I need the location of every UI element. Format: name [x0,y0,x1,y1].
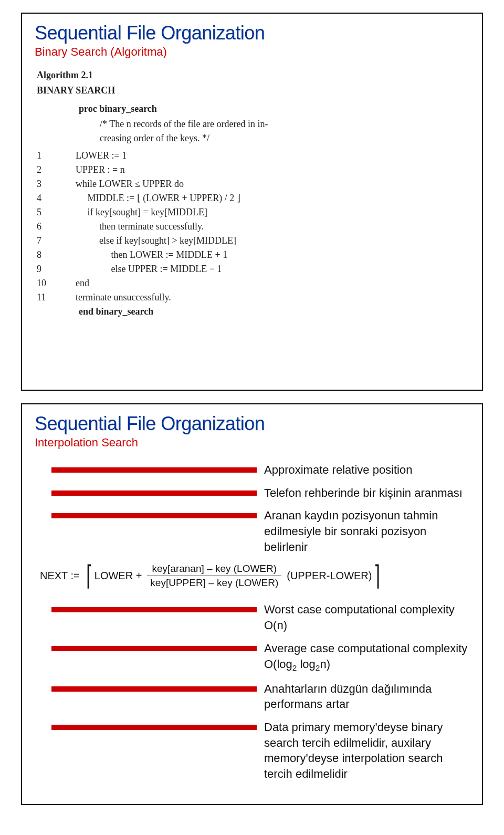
formula-lhs: NEXT := [40,570,80,582]
bullet-text: Data primary memory'deyse binary search … [264,719,469,782]
algo-line-code: if key[sought] = key[MIDDLE] [57,205,207,220]
formula-fraction: key[aranan] – key (LOWER) key[UPPER] – k… [147,563,281,589]
slide-2: Sequential File Organization Interpolati… [21,403,483,805]
algo-row: 10 end [37,276,469,290]
list-item: Aranan kaydın pozisyonun tahmin edilmesi… [51,508,469,555]
bracket-left-icon: ⌈ [86,562,92,589]
algo-line-num: 6 [37,220,57,234]
algo-line-code: then LOWER := MIDDLE + 1 [57,248,227,262]
bullet-square-icon [51,513,257,518]
algo-line-num: 4 [37,191,57,205]
algo-row: 11 terminate unsuccessfully. [37,290,469,305]
list-item: Anahtarların düzgün dağılımında performa… [51,681,469,712]
algo-line-code: while LOWER ≤ UPPER do [57,177,184,191]
algo-line-num: 5 [37,205,57,220]
formula-lower: LOWER + [94,570,142,582]
algo-line-code: else UPPER := MIDDLE − 1 [57,262,222,276]
slide-title: Sequential File Organization [35,22,469,44]
bullet-text: Approximate relative position [264,462,469,478]
algo-line-num: 11 [37,290,57,305]
algo-line-num: 10 [37,276,57,290]
algo-row: 1 LOWER := 1 [37,149,469,163]
bullet-text: Aranan kaydın pozisyonun tahmin edilmesi… [264,508,469,555]
bullet-square-icon [51,607,257,612]
interpolation-formula: NEXT := ⌈ LOWER + key[aranan] – key (LOW… [40,562,469,589]
algo-line-num: 9 [37,262,57,276]
algo-line-code: MIDDLE := ⌊ (LOWER + UPPER) / 2 ⌋ [57,191,240,205]
algo-row: 7 else if key[sought] > key[MIDDLE] [37,234,469,248]
algo-line-num: 7 [37,234,57,248]
bracket-right-icon: ⌉ [374,562,380,589]
slide-title: Sequential File Organization [35,413,469,435]
bullet-square-icon [51,467,257,473]
fraction-denominator: key[UPPER] – key (LOWER) [147,576,281,589]
fraction-numerator: key[aranan] – key (LOWER) [149,563,280,576]
slide-subtitle: Binary Search (Algoritma) [35,45,469,59]
algorithm-comment: /* The n records of the file are ordered… [37,117,469,145]
bullet-text: Average case computational complexity O(… [264,641,469,674]
slide-1: Sequential File Organization Binary Sear… [21,13,483,391]
algo-line-num: 2 [37,163,57,177]
algo-row: 8 then LOWER := MIDDLE + 1 [37,248,469,262]
bullet-list-2: Worst case computational complexity O(n)… [35,602,469,781]
algo-line-code: LOWER := 1 [57,149,127,163]
bullet-text: Anahtarların düzgün dağılımında performa… [264,681,469,712]
bullet-square-icon [51,490,257,496]
formula-rhs: (UPPER-LOWER) [287,570,372,582]
algo-line-num: 8 [37,248,57,262]
algo-line-code: UPPER : = n [57,163,125,177]
algo-line-code: then terminate successfully. [57,220,204,234]
bullet-square-icon [51,686,257,692]
formula-block: NEXT := ⌈ LOWER + key[aranan] – key (LOW… [35,562,469,589]
list-item: Average case computational complexity O(… [51,641,469,674]
list-item: Telefon rehberinde bir kişinin aranması [51,485,469,501]
bullet-text: Telefon rehberinde bir kişinin aranması [264,485,469,501]
algo-row: 9 else UPPER := MIDDLE − 1 [37,262,469,276]
algorithm-header: Algorithm 2.1 [37,68,469,82]
slide-subtitle: Interpolation Search [35,436,469,450]
bullet-text: Worst case computational complexity O(n) [264,602,469,633]
algorithm-block: Algorithm 2.1 BINARY SEARCH proc binary_… [35,68,469,319]
algo-row: 3 while LOWER ≤ UPPER do [37,177,469,191]
list-item: Worst case computational complexity O(n) [51,602,469,633]
algo-line-num: 3 [37,177,57,191]
algorithm-end-line: end binary_search [37,305,469,319]
algo-row: 6 then terminate successfully. [37,220,469,234]
bullet-square-icon [51,725,257,730]
bullet-list: Approximate relative position Telefon re… [35,462,469,555]
list-item: Data primary memory'deyse binary search … [51,719,469,782]
algo-line-code: terminate unsuccessfully. [57,290,171,305]
algorithm-proc-line: proc binary_search [79,102,469,116]
bullet-square-icon [51,646,257,651]
algo-row: 5 if key[sought] = key[MIDDLE] [37,205,469,220]
list-item: Approximate relative position [51,462,469,478]
algo-line-code: else if key[sought] > key[MIDDLE] [57,234,236,248]
algo-row: 4 MIDDLE := ⌊ (LOWER + UPPER) / 2 ⌋ [37,191,469,205]
algo-row: 2 UPPER : = n [37,163,469,177]
algo-line-num: 1 [37,149,57,163]
algo-line-code: end [57,276,89,290]
algorithm-name: BINARY SEARCH [37,84,469,98]
